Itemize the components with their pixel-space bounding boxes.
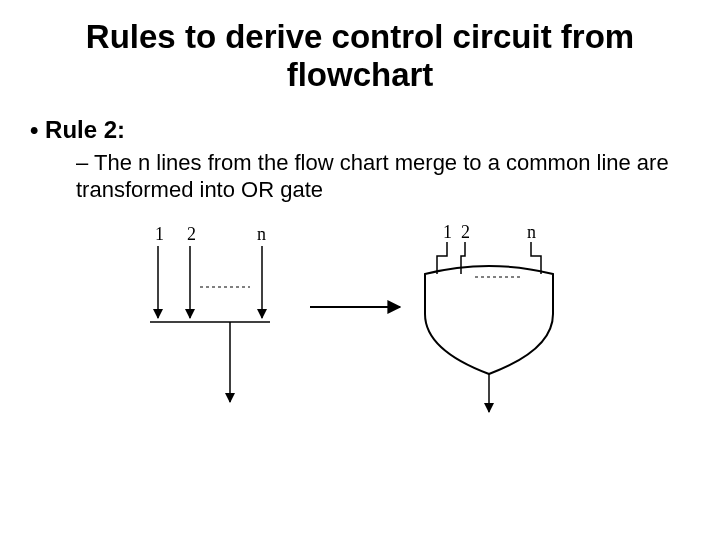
left-label-n: n (257, 224, 266, 244)
left-label-1: 1 (155, 224, 164, 244)
rule-heading: Rule 2: (30, 116, 692, 144)
right-label-2: 2 (461, 222, 470, 242)
slide-title: Rules to derive control circuit from flo… (48, 18, 672, 94)
or-gate: 1 2 n (425, 222, 553, 412)
right-label-1: 1 (443, 222, 452, 242)
left-label-2: 2 (187, 224, 196, 244)
rule2-diagram: 1 2 n 1 2 n (125, 222, 595, 432)
right-label-n: n (527, 222, 536, 242)
rule-body: The n lines from the flow chart merge to… (76, 150, 692, 204)
merge-flowchart: 1 2 n (150, 224, 270, 402)
